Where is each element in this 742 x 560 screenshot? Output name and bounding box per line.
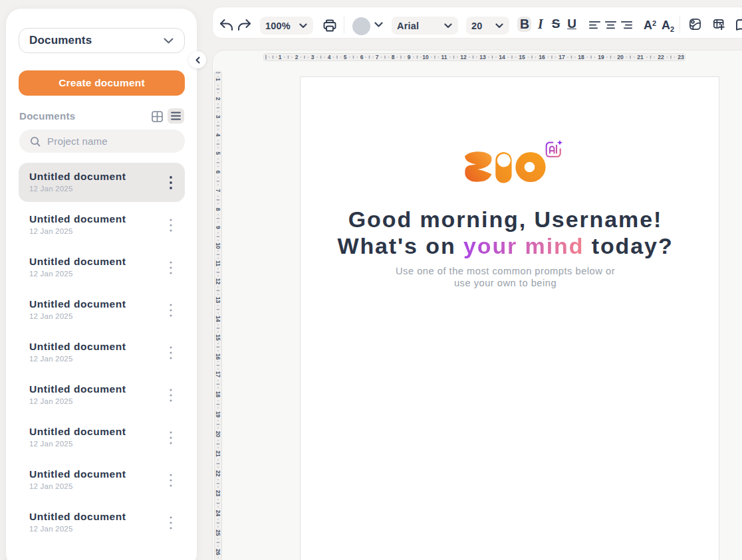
svg-text:24: 24 — [215, 510, 221, 517]
svg-text:10: 10 — [422, 54, 429, 60]
svg-text:19: 19 — [215, 411, 221, 418]
svg-text:1: 1 — [279, 54, 282, 60]
svg-text:15: 15 — [519, 54, 525, 60]
svg-text:22: 22 — [215, 470, 221, 477]
svg-text:23: 23 — [215, 490, 221, 497]
svg-text:19: 19 — [598, 54, 604, 60]
svg-text:4: 4 — [215, 134, 221, 137]
svg-text:21: 21 — [637, 54, 644, 60]
svg-text:20: 20 — [617, 54, 624, 60]
svg-text:16: 16 — [215, 353, 221, 360]
svg-text:1: 1 — [215, 78, 221, 81]
svg-text:9: 9 — [408, 54, 411, 60]
svg-text:17: 17 — [558, 54, 565, 60]
svg-text:4: 4 — [328, 54, 331, 60]
svg-text:8: 8 — [392, 54, 395, 60]
svg-text:7: 7 — [376, 54, 379, 60]
svg-text:20: 20 — [215, 431, 221, 438]
svg-text:11: 11 — [215, 260, 221, 266]
svg-text:23: 23 — [678, 54, 684, 60]
svg-text:21: 21 — [215, 450, 221, 457]
svg-text:2: 2 — [295, 54, 299, 60]
svg-text:8: 8 — [215, 208, 221, 211]
svg-text:14: 14 — [499, 54, 505, 60]
svg-text:15: 15 — [215, 334, 221, 341]
svg-text:12: 12 — [215, 278, 221, 285]
svg-text:16: 16 — [539, 54, 545, 60]
svg-text:26: 26 — [215, 549, 221, 555]
svg-text:6: 6 — [215, 170, 221, 173]
svg-text:3: 3 — [215, 115, 221, 118]
svg-text:13: 13 — [479, 54, 486, 60]
svg-text:22: 22 — [658, 54, 664, 60]
svg-text:25: 25 — [215, 529, 221, 536]
svg-text:5: 5 — [215, 151, 221, 155]
svg-text:5: 5 — [344, 54, 347, 60]
svg-text:18: 18 — [578, 54, 584, 60]
svg-text:10: 10 — [215, 242, 221, 249]
svg-text:14: 14 — [215, 316, 221, 322]
svg-text:7: 7 — [215, 189, 221, 193]
svg-text:18: 18 — [215, 391, 221, 398]
svg-text:17: 17 — [215, 371, 221, 378]
svg-text:2: 2 — [215, 97, 221, 100]
svg-text:13: 13 — [215, 297, 221, 304]
svg-text:12: 12 — [460, 54, 467, 60]
svg-text:9: 9 — [215, 226, 221, 229]
svg-text:3: 3 — [311, 54, 314, 60]
svg-text:11: 11 — [441, 54, 447, 60]
svg-text:6: 6 — [360, 54, 364, 60]
